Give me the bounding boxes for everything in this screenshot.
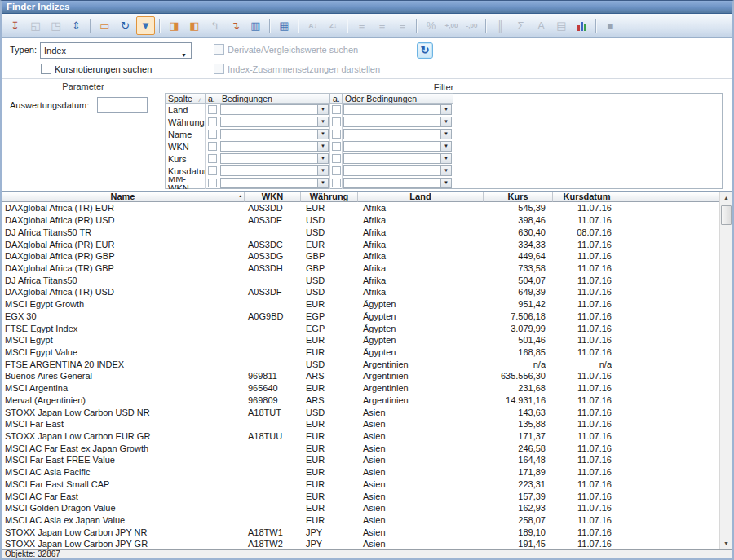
and-checkbox[interactable] — [208, 154, 217, 163]
table-row[interactable]: DAXglobal Africa (PR) USD A0S3DE USD Afr… — [2, 214, 719, 227]
value-options-icon[interactable]: ║ — [491, 16, 510, 35]
or-checkbox[interactable] — [332, 179, 341, 187]
table-row[interactable]: DAXglobal Africa (TR) EUR A0S3DD EUR Afr… — [2, 202, 719, 214]
oder-bedingungen-dropdown[interactable]: ▼ — [343, 117, 452, 127]
and-checkbox[interactable] — [208, 130, 217, 139]
column-stats-icon[interactable]: ▥ — [246, 16, 265, 35]
table-row[interactable]: MSCI Far East EUR Asien 135,88 11.07.16 — [2, 418, 719, 430]
column-header-land[interactable]: Land — [358, 192, 484, 202]
scroll-down-button[interactable]: ▼ — [720, 537, 732, 549]
bedingungen-dropdown[interactable]: ▼ — [220, 165, 329, 176]
column-header-name[interactable]: Name▴ — [2, 192, 245, 202]
align-center-icon[interactable]: ≡ — [373, 16, 391, 35]
column-header-kurs[interactable]: Kurs — [484, 192, 553, 202]
scrollbar-thumb[interactable] — [721, 205, 732, 225]
table-row[interactable]: MSCI AC Far East ex Japan Growth EUR Asi… — [2, 442, 719, 454]
remove-column-icon[interactable]: ◧ — [185, 16, 204, 35]
table-row[interactable]: DAXglobal Africa (TR) USD A0S3DF USD Afr… — [2, 286, 719, 298]
table-row[interactable]: DJ Africa Titans50 TR USD Afrika 630,40 … — [2, 226, 719, 238]
table-row[interactable]: FTSE ARGENTINA 20 INDEX USD Argentinien … — [2, 358, 719, 370]
table-format-icon[interactable]: ▤ — [552, 16, 571, 35]
chart-icon[interactable] — [573, 16, 591, 35]
column-header-waehrung[interactable]: Währung — [301, 192, 358, 202]
fit-rows-icon[interactable]: ⇕ — [67, 16, 86, 35]
table-row[interactable]: DAXglobal Africa (PR) EUR A0S3DC EUR Afr… — [2, 238, 719, 250]
table-row[interactable]: MSCI Egypt Value EUR Ägypten 168,85 11.0… — [2, 346, 719, 359]
sort-asc-icon[interactable]: A↓ — [303, 16, 322, 35]
or-checkbox[interactable] — [332, 117, 341, 126]
filter-icon[interactable]: ▼ — [136, 16, 155, 35]
and-checkbox[interactable] — [208, 105, 217, 114]
oder-bedingungen-dropdown[interactable]: ▼ — [343, 153, 452, 164]
and-checkbox[interactable] — [208, 142, 217, 151]
refresh-search-button[interactable]: ↻ — [417, 42, 433, 59]
table-row[interactable]: MSCI AC Far East EUR Asien 157,39 11.07.… — [2, 490, 719, 502]
zusammensetzungen-checkbox[interactable] — [214, 64, 224, 74]
select-columns-icon[interactable]: ▦ — [275, 16, 294, 35]
stop-icon[interactable]: ■ — [601, 16, 620, 35]
oder-bedingungen-dropdown[interactable]: ▼ — [343, 178, 452, 188]
insert-column-icon[interactable]: ◨ — [165, 16, 184, 35]
or-checkbox[interactable] — [332, 166, 341, 175]
derivate-checkbox[interactable] — [214, 44, 224, 55]
table-row[interactable]: STOXX Japan Low Carbon EUR GR A18TUU EUR… — [2, 430, 719, 443]
remove-decimals-icon[interactable]: -,00 — [462, 16, 481, 35]
bedingungen-dropdown[interactable]: ▼ — [220, 153, 329, 164]
percent-icon[interactable]: % — [422, 16, 440, 35]
column-header-kursdatum[interactable]: Kursdatum — [553, 192, 621, 202]
table-row[interactable]: MSCI Egypt EUR Ägypten 501,46 11.07.16 — [2, 334, 719, 346]
oder-bedingungen-dropdown[interactable]: ▼ — [343, 165, 452, 176]
filter-header-spalte[interactable]: Spalte/ — [165, 93, 206, 104]
table-row[interactable]: MSCI Far East FREE Value EUR Asien 164,4… — [2, 454, 719, 466]
insert-row-icon[interactable]: ↴ — [226, 16, 245, 35]
bedingungen-dropdown[interactable]: ▼ — [220, 178, 329, 188]
table-row[interactable]: DJ Africa Titans50 USD Afrika 504,07 11.… — [2, 274, 719, 286]
table-row[interactable]: EGX 30 A0G9BD EGP Ägypten 7.506,18 11.07… — [2, 310, 719, 322]
table-row[interactable]: Buenos Aires General 969811 ARS Argentin… — [2, 370, 719, 382]
table-row[interactable]: DAXglobal Africa (PR) GBP A0S3DG GBP Afr… — [2, 250, 719, 262]
table-row[interactable]: STOXX Japan Low Carbon JPY NR A18TW1 JPY… — [2, 526, 719, 538]
new-range-icon[interactable]: ▭ — [95, 16, 114, 35]
bedingungen-dropdown[interactable]: ▼ — [220, 104, 329, 115]
table-row[interactable]: DAXglobal Africa (TR) GBP A0S3DH GBP Afr… — [2, 262, 719, 275]
and-checkbox[interactable] — [208, 179, 217, 187]
and-checkbox[interactable] — [208, 117, 217, 126]
or-checkbox[interactable] — [332, 154, 341, 163]
table-row[interactable]: STOXX Japan Low Carbon USD NR A18TUT USD… — [2, 406, 719, 418]
align-right-icon[interactable]: ≡ — [393, 16, 412, 35]
align-left-icon[interactable]: ≡ — [352, 16, 371, 35]
auswertungsdatum-input[interactable] — [97, 97, 148, 113]
table-row[interactable]: MSCI Egypt Growth EUR Ägypten 951,42 11.… — [2, 298, 719, 311]
import-icon[interactable]: ↧ — [6, 16, 24, 35]
table-row[interactable]: MSCI Golden Dragon Value EUR Asien 162,9… — [2, 502, 719, 514]
undo-column-icon[interactable]: ↰ — [206, 16, 224, 35]
vertical-scrollbar[interactable]: ▲ ▼ — [719, 192, 732, 549]
table-row[interactable]: FTSE Egypt Index EGP Ägypten 3.079,99 11… — [2, 322, 719, 334]
or-checkbox[interactable] — [332, 142, 341, 151]
table-row[interactable]: MSCI AC Asia Pacific EUR Asien 171,89 11… — [2, 466, 719, 478]
table-row[interactable]: MSCI Argentina 965640 EUR Argentinien 23… — [2, 382, 719, 395]
or-checkbox[interactable] — [332, 130, 341, 139]
table-row[interactable]: MSCI AC Asia ex Japan Value EUR Asien 25… — [2, 514, 719, 527]
oder-bedingungen-dropdown[interactable]: ▼ — [343, 129, 452, 139]
shrink-selection-icon[interactable]: ◳ — [46, 16, 65, 35]
or-checkbox[interactable] — [332, 105, 341, 114]
oder-bedingungen-dropdown[interactable]: ▼ — [343, 141, 452, 152]
bedingungen-dropdown[interactable]: ▼ — [220, 141, 329, 152]
bedingungen-dropdown[interactable]: ▼ — [220, 129, 329, 139]
and-checkbox[interactable] — [208, 166, 217, 175]
table-row[interactable]: MSCI Far East Small CAP EUR Asien 223,31… — [2, 478, 719, 491]
kursnotierungen-checkbox[interactable] — [41, 64, 51, 74]
refresh-icon[interactable]: ↻ — [116, 16, 135, 35]
oder-bedingungen-dropdown[interactable]: ▼ — [343, 104, 452, 115]
table-row[interactable]: Merval (Argentinien) 969809 ARS Argentin… — [2, 395, 719, 407]
font-icon[interactable]: A — [532, 16, 550, 35]
sort-desc-icon[interactable]: Z↓ — [324, 16, 343, 35]
typen-select[interactable]: Index ▼ — [40, 42, 192, 59]
expand-selection-icon[interactable]: ◱ — [26, 16, 45, 35]
scroll-up-button[interactable]: ▲ — [720, 192, 732, 204]
table-row[interactable]: STOXX Japan Low Carbon JPY GR A18TW2 JPY… — [2, 538, 719, 549]
bedingungen-dropdown[interactable]: ▼ — [220, 117, 329, 127]
sum-icon[interactable]: Σ — [511, 16, 530, 35]
add-decimals-icon[interactable]: +,00 — [442, 16, 461, 35]
